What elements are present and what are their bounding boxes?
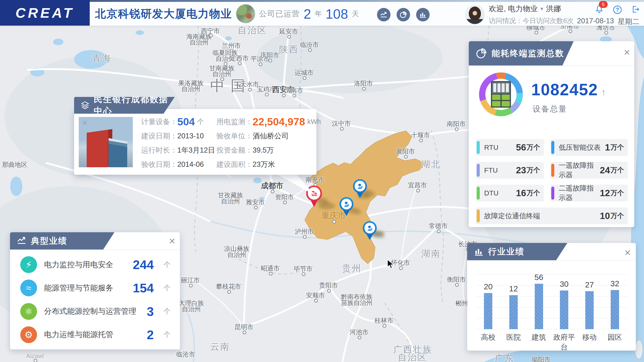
pin-head	[340, 197, 354, 211]
field-label: 投资金额：	[216, 145, 252, 155]
pie-chart-icon[interactable]	[396, 8, 410, 22]
city-dot	[209, 34, 213, 37]
bar	[585, 291, 594, 329]
worker-icon	[366, 224, 373, 232]
city-dot	[419, 138, 423, 142]
bar-category-label: 高校	[476, 332, 501, 352]
stat-accent-bar	[551, 186, 554, 200]
stat-label: RTU	[484, 144, 516, 152]
field-value: 2013-10	[177, 132, 204, 140]
stat-accent-bar	[477, 141, 480, 154]
map-label: 自治区	[398, 352, 427, 362]
bar	[611, 290, 619, 329]
headquarters-pin[interactable]	[306, 186, 322, 207]
stat-value: 56	[516, 142, 526, 152]
bar-chart-icon[interactable]	[416, 8, 430, 22]
performance-unit: 个	[164, 306, 170, 316]
city-dot	[404, 155, 408, 159]
industry-bar-chart: 201256302732	[476, 265, 628, 329]
city-dot	[265, 93, 269, 96]
popup-close-icon[interactable]: ×	[82, 118, 87, 128]
city-dot	[399, 266, 403, 270]
map-label: 衡阳市	[447, 275, 466, 284]
welcome-text: 欢迎, 电力物业	[489, 4, 538, 14]
help-icon[interactable]: ?	[613, 6, 622, 14]
industry-performance-panel: 行业业绩 × 201256302732 高校医院建筑政府平台移动园区	[467, 243, 636, 350]
popup-field: 验收单位：酒仙桥公司	[216, 129, 321, 143]
bar-category-label: 建筑	[526, 332, 552, 352]
map-label: 苗族自治州	[341, 299, 372, 307]
city-dot	[271, 190, 274, 193]
weekday-text: 星期二	[618, 17, 639, 26]
map-label: 定西市	[230, 54, 249, 62]
city-dot	[455, 128, 458, 131]
stat-unit: 万个	[526, 143, 540, 152]
bar-category-label: 医院	[501, 332, 526, 352]
map-label: 自治区	[238, 24, 267, 36]
site-pin[interactable]	[338, 197, 355, 216]
pie-chart-icon	[475, 47, 488, 60]
mouse-cursor	[387, 259, 395, 270]
terminal-stat-row: 故障定位通信终端10万个	[476, 208, 628, 224]
bar-category-label: 移动	[577, 332, 602, 352]
pin-head	[353, 179, 367, 193]
city-dot	[259, 62, 262, 66]
performance-row: ⚛分布式能源控制与运营管理3个	[20, 302, 170, 322]
map-label: 陕西	[279, 44, 299, 56]
field-value: 23万米	[252, 160, 275, 169]
field-value: 2014-06	[177, 160, 204, 169]
field-label: 运行时长：	[141, 145, 177, 155]
device-cell-section	[491, 94, 511, 108]
performance-row: ⚙电力运维与能源托管2个	[20, 325, 170, 345]
close-icon[interactable]: ×	[624, 47, 630, 58]
logout-icon[interactable]	[631, 5, 640, 15]
site-pin[interactable]	[352, 179, 368, 198]
terminal-stats-grid: RTU56万个低压智能仪表1万个FTU23万个一遥故障指示器24万个DTU16万…	[476, 139, 628, 224]
bar-column: 27	[577, 280, 602, 329]
map-label: 十堰市	[411, 131, 430, 139]
stat-accent-bar	[551, 164, 554, 177]
map-label: 宜昌市	[408, 181, 427, 190]
map-label: 昭通市	[261, 264, 280, 272]
brand-logo[interactable]: CREAT	[0, 0, 90, 26]
map-label: 安顺市	[306, 291, 325, 300]
trend-chart-icon[interactable]	[377, 8, 390, 22]
city-dot	[382, 324, 386, 328]
stat-unit: 万个	[610, 211, 624, 220]
city-dot	[220, 77, 224, 81]
city-dot	[227, 290, 231, 294]
map-label: 那曲地区	[2, 160, 27, 169]
bar-column: 30	[552, 280, 577, 329]
popup-title: 民生银行成都数据中心	[94, 94, 175, 117]
trend-chart-icon	[16, 236, 27, 246]
map-label: 攀枝花市	[216, 282, 241, 291]
city-dot	[604, 31, 608, 35]
map-label: 自治州	[182, 85, 200, 93]
lightning-icon: ⚡	[20, 256, 37, 273]
popup-field: 用电监测：22,504,978kWh	[216, 114, 321, 129]
chevron-down-icon[interactable]: ▼	[540, 6, 544, 12]
site-pin[interactable]	[362, 221, 378, 240]
stat-label: FTU	[484, 166, 516, 174]
bar	[509, 295, 518, 329]
performance-value: 3	[147, 304, 154, 319]
user-avatar[interactable]	[465, 5, 485, 24]
bar-value-label: 12	[509, 284, 518, 293]
popup-field: 建设面积：23万米	[216, 157, 321, 172]
city-dot	[327, 289, 331, 292]
bar	[535, 284, 543, 329]
map-label: 雅安市	[246, 198, 265, 206]
city-dot	[248, 88, 252, 92]
close-icon[interactable]: ×	[169, 236, 175, 246]
wave-icon: ≈	[20, 280, 37, 296]
bar-value-label: 27	[585, 280, 594, 289]
bar-category-label: 园区	[602, 332, 628, 352]
terminal-stat-row: 二遥故障指示器12万个	[550, 185, 628, 202]
performance-unit: 个	[164, 283, 170, 293]
close-icon[interactable]: ×	[624, 247, 631, 258]
notification-bell-icon[interactable]: 5	[594, 5, 604, 15]
typical-panel-title: 典型业绩	[31, 235, 67, 247]
pin-head	[363, 221, 377, 235]
device-donut-chart	[479, 72, 523, 116]
city-dot	[302, 272, 306, 276]
